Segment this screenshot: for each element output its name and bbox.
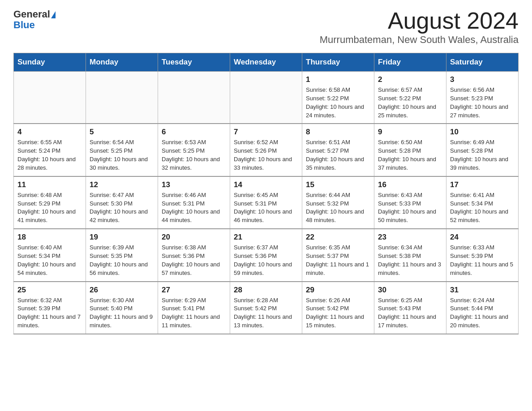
calendar-cell: 13Sunrise: 6:46 AM Sunset: 5:31 PM Dayli… — [158, 176, 230, 229]
logo-text: General — [13, 9, 56, 20]
day-number: 11 — [17, 180, 82, 189]
day-number: 22 — [306, 233, 370, 242]
day-info: Sunrise: 6:33 AM Sunset: 5:39 PM Dayligh… — [450, 244, 515, 277]
calendar-cell: 29Sunrise: 6:26 AM Sunset: 5:42 PM Dayli… — [302, 282, 374, 334]
month-title: August 2024 — [320, 9, 519, 32]
calendar-cell: 9Sunrise: 6:50 AM Sunset: 5:28 PM Daylig… — [374, 124, 446, 176]
location-title: Murrumbateman, New South Wales, Australi… — [320, 34, 519, 46]
calendar-cell: 2Sunrise: 6:57 AM Sunset: 5:22 PM Daylig… — [374, 72, 446, 124]
day-number: 19 — [90, 233, 154, 242]
day-info: Sunrise: 6:52 AM Sunset: 5:26 PM Dayligh… — [234, 138, 298, 172]
calendar-cell: 31Sunrise: 6:24 AM Sunset: 5:44 PM Dayli… — [446, 282, 519, 334]
day-info: Sunrise: 6:28 AM Sunset: 5:42 PM Dayligh… — [234, 296, 298, 330]
weekday-header-monday: Monday — [86, 53, 158, 72]
day-info: Sunrise: 6:35 AM Sunset: 5:37 PM Dayligh… — [306, 244, 370, 277]
calendar-cell: 27Sunrise: 6:29 AM Sunset: 5:41 PM Dayli… — [158, 282, 230, 334]
day-number: 29 — [306, 286, 370, 295]
calendar-cell: 30Sunrise: 6:25 AM Sunset: 5:43 PM Dayli… — [374, 282, 446, 334]
day-info: Sunrise: 6:39 AM Sunset: 5:35 PM Dayligh… — [90, 244, 154, 277]
day-info: Sunrise: 6:40 AM Sunset: 5:34 PM Dayligh… — [17, 244, 82, 277]
weekday-header-tuesday: Tuesday — [158, 53, 230, 72]
day-info: Sunrise: 6:25 AM Sunset: 5:43 PM Dayligh… — [378, 296, 442, 330]
weekday-header-saturday: Saturday — [446, 53, 519, 72]
calendar-cell: 14Sunrise: 6:45 AM Sunset: 5:31 PM Dayli… — [230, 176, 302, 229]
day-info: Sunrise: 6:55 AM Sunset: 5:24 PM Dayligh… — [17, 138, 82, 172]
calendar-cell: 10Sunrise: 6:49 AM Sunset: 5:28 PM Dayli… — [446, 124, 519, 176]
day-info: Sunrise: 6:24 AM Sunset: 5:44 PM Dayligh… — [450, 296, 515, 330]
day-number: 12 — [90, 180, 154, 189]
calendar-cell: 4Sunrise: 6:55 AM Sunset: 5:24 PM Daylig… — [14, 124, 86, 176]
page-header: General Blue August 2024 Murrumbateman, … — [13, 9, 519, 50]
calendar-week-row: 11Sunrise: 6:48 AM Sunset: 5:29 PM Dayli… — [14, 176, 519, 229]
day-number: 2 — [378, 75, 442, 84]
calendar-cell: 7Sunrise: 6:52 AM Sunset: 5:26 PM Daylig… — [230, 124, 302, 176]
calendar-cell: 17Sunrise: 6:41 AM Sunset: 5:34 PM Dayli… — [446, 176, 519, 229]
day-number: 30 — [378, 286, 442, 295]
day-number: 18 — [17, 233, 82, 242]
day-number: 7 — [234, 128, 298, 137]
day-number: 25 — [17, 286, 82, 295]
day-info: Sunrise: 6:29 AM Sunset: 5:41 PM Dayligh… — [162, 296, 226, 330]
day-number: 16 — [378, 180, 442, 189]
calendar-cell: 24Sunrise: 6:33 AM Sunset: 5:39 PM Dayli… — [446, 229, 519, 281]
day-info: Sunrise: 6:30 AM Sunset: 5:40 PM Dayligh… — [90, 296, 154, 330]
logo-blue-text: Blue — [13, 20, 35, 30]
day-number: 5 — [90, 128, 154, 137]
calendar-cell: 22Sunrise: 6:35 AM Sunset: 5:37 PM Dayli… — [302, 229, 374, 281]
calendar-cell: 23Sunrise: 6:34 AM Sunset: 5:38 PM Dayli… — [374, 229, 446, 281]
day-number: 26 — [90, 286, 154, 295]
day-number: 9 — [378, 128, 442, 137]
calendar-cell: 20Sunrise: 6:38 AM Sunset: 5:36 PM Dayli… — [158, 229, 230, 281]
day-info: Sunrise: 6:47 AM Sunset: 5:30 PM Dayligh… — [90, 191, 154, 225]
day-info: Sunrise: 6:44 AM Sunset: 5:32 PM Dayligh… — [306, 191, 370, 225]
calendar-cell: 18Sunrise: 6:40 AM Sunset: 5:34 PM Dayli… — [14, 229, 86, 281]
calendar-cell: 26Sunrise: 6:30 AM Sunset: 5:40 PM Dayli… — [86, 282, 158, 334]
calendar-week-row: 18Sunrise: 6:40 AM Sunset: 5:34 PM Dayli… — [14, 229, 519, 281]
day-info: Sunrise: 6:50 AM Sunset: 5:28 PM Dayligh… — [378, 138, 442, 172]
calendar-cell — [158, 72, 230, 124]
day-number: 15 — [306, 180, 370, 189]
calendar-cell: 28Sunrise: 6:28 AM Sunset: 5:42 PM Dayli… — [230, 282, 302, 334]
calendar-cell: 16Sunrise: 6:43 AM Sunset: 5:33 PM Dayli… — [374, 176, 446, 229]
weekday-header-friday: Friday — [374, 53, 446, 72]
weekday-header-sunday: Sunday — [14, 53, 86, 72]
calendar-cell — [86, 72, 158, 124]
day-info: Sunrise: 6:43 AM Sunset: 5:33 PM Dayligh… — [378, 191, 442, 225]
calendar-week-row: 1Sunrise: 6:58 AM Sunset: 5:22 PM Daylig… — [14, 72, 519, 124]
calendar-cell: 3Sunrise: 6:56 AM Sunset: 5:23 PM Daylig… — [446, 72, 519, 124]
calendar-cell: 8Sunrise: 6:51 AM Sunset: 5:27 PM Daylig… — [302, 124, 374, 176]
calendar-cell — [230, 72, 302, 124]
day-number: 17 — [450, 180, 515, 189]
day-info: Sunrise: 6:32 AM Sunset: 5:39 PM Dayligh… — [17, 296, 82, 330]
day-info: Sunrise: 6:41 AM Sunset: 5:34 PM Dayligh… — [450, 191, 515, 225]
day-info: Sunrise: 6:46 AM Sunset: 5:31 PM Dayligh… — [162, 191, 226, 225]
day-info: Sunrise: 6:51 AM Sunset: 5:27 PM Dayligh… — [306, 138, 370, 172]
day-info: Sunrise: 6:34 AM Sunset: 5:38 PM Dayligh… — [378, 244, 442, 277]
day-info: Sunrise: 6:37 AM Sunset: 5:36 PM Dayligh… — [234, 244, 298, 277]
calendar-week-row: 25Sunrise: 6:32 AM Sunset: 5:39 PM Dayli… — [14, 282, 519, 334]
day-info: Sunrise: 6:48 AM Sunset: 5:29 PM Dayligh… — [17, 191, 82, 225]
day-number: 14 — [234, 180, 298, 189]
day-info: Sunrise: 6:53 AM Sunset: 5:25 PM Dayligh… — [162, 138, 226, 172]
calendar-cell: 12Sunrise: 6:47 AM Sunset: 5:30 PM Dayli… — [86, 176, 158, 229]
calendar-table: SundayMondayTuesdayWednesdayThursdayFrid… — [13, 53, 519, 334]
day-number: 6 — [162, 128, 226, 137]
calendar-cell — [14, 72, 86, 124]
day-number: 4 — [17, 128, 82, 137]
calendar-header-row: SundayMondayTuesdayWednesdayThursdayFrid… — [14, 53, 519, 72]
day-info: Sunrise: 6:45 AM Sunset: 5:31 PM Dayligh… — [234, 191, 298, 225]
calendar-cell: 21Sunrise: 6:37 AM Sunset: 5:36 PM Dayli… — [230, 229, 302, 281]
calendar-cell: 11Sunrise: 6:48 AM Sunset: 5:29 PM Dayli… — [14, 176, 86, 229]
day-number: 3 — [450, 75, 515, 84]
day-info: Sunrise: 6:49 AM Sunset: 5:28 PM Dayligh… — [450, 138, 515, 172]
weekday-header-wednesday: Wednesday — [230, 53, 302, 72]
day-number: 23 — [378, 233, 442, 242]
day-number: 10 — [450, 128, 515, 137]
calendar-cell: 1Sunrise: 6:58 AM Sunset: 5:22 PM Daylig… — [302, 72, 374, 124]
day-info: Sunrise: 6:38 AM Sunset: 5:36 PM Dayligh… — [162, 244, 226, 277]
day-info: Sunrise: 6:54 AM Sunset: 5:25 PM Dayligh… — [90, 138, 154, 172]
logo-triangle-icon — [51, 11, 56, 18]
calendar-cell: 15Sunrise: 6:44 AM Sunset: 5:32 PM Dayli… — [302, 176, 374, 229]
calendar-cell: 19Sunrise: 6:39 AM Sunset: 5:35 PM Dayli… — [86, 229, 158, 281]
day-info: Sunrise: 6:57 AM Sunset: 5:22 PM Dayligh… — [378, 86, 442, 120]
